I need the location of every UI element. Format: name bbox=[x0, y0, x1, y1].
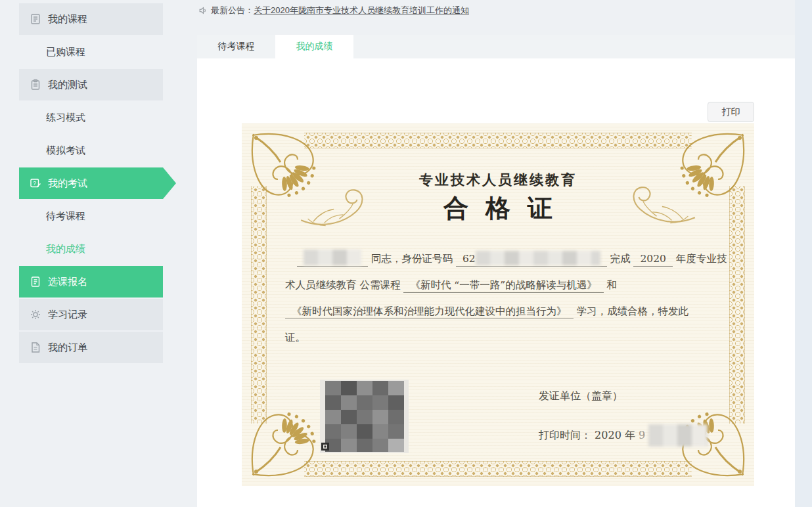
redacted-name bbox=[297, 253, 368, 267]
body-text: 证。 bbox=[285, 332, 305, 343]
sidebar-item-my-scores[interactable]: 我的成绩 bbox=[0, 233, 163, 265]
blurred-id-block bbox=[476, 251, 600, 265]
issuer-text: 发证单位（盖章） bbox=[539, 389, 623, 402]
scrollbar-gutter[interactable] bbox=[795, 0, 812, 507]
certificate-line-3: 《新时代国家治理体系和治理能力现代化建设中的担当行为》 学习，成绩合格，特发此 bbox=[285, 298, 717, 324]
blurred-date-block bbox=[648, 424, 708, 447]
body-text: 学习，成绩合格，特发此 bbox=[576, 305, 688, 317]
certificate-border-top bbox=[304, 133, 692, 148]
sidebar-item-my-orders[interactable]: 我的订单 bbox=[19, 332, 163, 363]
body-text: 和 bbox=[607, 279, 618, 291]
sidebar-item-mock-exam[interactable]: 模拟考试 bbox=[0, 135, 163, 166]
sidebar-item-my-courses[interactable]: 我的课程 bbox=[19, 3, 163, 35]
id-prefix: 62 bbox=[462, 253, 476, 265]
print-button[interactable]: 打印 bbox=[708, 102, 754, 122]
sidebar-item-label: 练习模式 bbox=[46, 112, 85, 124]
body-text: 年度专业技 bbox=[676, 253, 727, 265]
sidebar-item-label: 我的订单 bbox=[48, 342, 87, 354]
body-text: 术人员继续教育 公需课程 bbox=[285, 279, 400, 291]
blurred-name-block bbox=[304, 250, 361, 265]
document-lines-icon bbox=[30, 13, 41, 25]
document-icon bbox=[30, 276, 41, 288]
sidebar-item-label: 我的课程 bbox=[48, 13, 87, 26]
clipboard-icon bbox=[30, 79, 41, 91]
blurred-qr-code bbox=[320, 380, 409, 453]
sidebar-item-my-exams[interactable]: ? 我的考试 bbox=[19, 167, 176, 199]
sidebar-item-label: 我的成绩 bbox=[46, 243, 85, 255]
sidebar-item-course-enrollment[interactable]: 选课报名 bbox=[19, 266, 163, 298]
year-field: 2020 bbox=[633, 253, 672, 267]
tab-content-panel: 打印 专业技术人员继续教育 合格证 同志，身份证号码 62 完成 2020 年度… bbox=[197, 58, 795, 507]
announcement-prefix: 最新公告： bbox=[211, 5, 254, 16]
sidebar-item-label: 我的考试 bbox=[48, 177, 87, 190]
speaker-icon bbox=[198, 6, 208, 15]
sidebar-item-label: 选课报名 bbox=[48, 276, 87, 288]
sidebar-item-label: 待考课程 bbox=[46, 210, 85, 223]
announcement-link[interactable]: 关于2020年陇南市专业技术人员继续教育培训工作的通知 bbox=[254, 5, 469, 16]
print-time: 打印时间： 2020 年 9 bbox=[539, 424, 708, 447]
issuer-label: 发证单位（盖章） bbox=[539, 389, 623, 403]
certificate-line-1: 同志，身份证号码 62 完成 2020 年度专业技 bbox=[285, 246, 717, 272]
id-number-field: 62 bbox=[456, 253, 607, 267]
sidebar-item-purchased-courses[interactable]: 已购课程 bbox=[0, 36, 163, 68]
sidebar: 我的课程 已购课程 我的测试 练习模式 模拟考试 ? 我的考试 待考课程 我的成… bbox=[0, 0, 163, 507]
certificate-body: 同志，身份证号码 62 完成 2020 年度专业技 术人员继续教育 公需课程 《… bbox=[285, 246, 717, 351]
tab-strip: 待考课程 我的成绩 bbox=[197, 35, 795, 58]
sidebar-item-practice-mode[interactable]: 练习模式 bbox=[0, 102, 163, 133]
sidebar-item-my-tests[interactable]: 我的测试 bbox=[19, 69, 163, 100]
body-text: 同志，身份证号码 bbox=[371, 253, 453, 265]
document-corner-icon bbox=[30, 342, 41, 353]
course2-field: 《新时代国家治理体系和治理能力现代化建设中的担当行为》 bbox=[285, 305, 574, 319]
certificate: 专业技术人员继续教育 合格证 同志，身份证号码 62 完成 2020 年度专业技… bbox=[242, 123, 754, 486]
sidebar-item-label: 模拟考试 bbox=[46, 144, 85, 157]
print-time-partial: 9 bbox=[639, 429, 645, 441]
sidebar-item-pending-exam-courses[interactable]: 待考课程 bbox=[0, 200, 163, 232]
print-time-label: 打印时间： bbox=[539, 429, 591, 441]
certificate-title: 合格证 bbox=[242, 192, 754, 225]
course1-field: 《新时代 “一带一路”的战略解读与机遇》 bbox=[403, 279, 603, 293]
gear-icon bbox=[30, 309, 41, 320]
sidebar-item-study-records[interactable]: 学习记录 bbox=[19, 299, 163, 330]
print-time-value: 2020 年 bbox=[595, 429, 639, 441]
certificate-line-2: 术人员继续教育 公需课程 《新时代 “一带一路”的战略解读与机遇》 和 bbox=[285, 272, 717, 298]
certificate-header: 专业技术人员继续教育 bbox=[242, 171, 754, 189]
tab-pending-exam-courses[interactable]: 待考课程 bbox=[197, 35, 275, 58]
sidebar-item-label: 学习记录 bbox=[48, 309, 87, 321]
announcement-bar: 最新公告：关于2020年陇南市专业技术人员继续教育培训工作的通知 bbox=[198, 5, 469, 16]
certificate-border-bottom bbox=[304, 461, 692, 477]
svg-text:?: ? bbox=[33, 180, 36, 187]
corner-flourish-icon bbox=[246, 400, 328, 482]
sidebar-item-label: 已购课程 bbox=[46, 46, 85, 58]
body-text: 完成 bbox=[610, 253, 631, 265]
certificate-line-4: 证。 bbox=[285, 324, 717, 351]
tab-my-scores[interactable]: 我的成绩 bbox=[275, 35, 353, 58]
question-pencil-icon: ? bbox=[30, 177, 41, 189]
sidebar-item-label: 我的测试 bbox=[48, 79, 87, 91]
